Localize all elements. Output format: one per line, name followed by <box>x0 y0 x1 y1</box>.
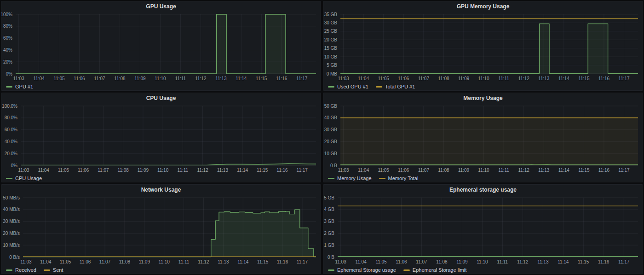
x-tick-label: 11:03 <box>338 168 349 173</box>
x-tick-label: 11:14 <box>237 168 248 173</box>
legend-item-ephemeral-storage-usage[interactable]: Ephemeral Storage usage <box>328 267 396 273</box>
x-tick-label: 11:16 <box>276 168 288 173</box>
panel-network-usage: Network Usage 0 B/s10 MB/s20 MB/s30 MB/s… <box>1 184 321 274</box>
x-tick-label: 11:07 <box>98 168 109 173</box>
legend-item-cpu-usage[interactable]: CPU Usage <box>6 176 42 181</box>
series-swatch-icon <box>6 86 12 88</box>
legend-label: Memory Total <box>388 176 419 181</box>
series-swatch-icon <box>328 269 334 271</box>
x-tick-label: 11:15 <box>578 76 590 81</box>
chart-memory-usage: 0 B10 GB20 GB30 GB40 GB50 GB11:0311:0411… <box>323 103 643 175</box>
legend-item-sent[interactable]: Sent <box>44 267 63 273</box>
x-tick-label: 11:07 <box>418 76 430 81</box>
legend-item-ephemeral-storage-limit[interactable]: Ephemeral Storage limit <box>403 267 466 273</box>
panel-title-memory-usage[interactable]: Memory Usage <box>323 93 643 103</box>
x-tick-label: 11:17 <box>618 168 630 173</box>
y-tick-label: 15 GB <box>324 46 338 51</box>
chart-svg-memory-usage[interactable]: 0 B10 GB20 GB30 GB40 GB50 GB11:0311:0411… <box>323 103 643 175</box>
x-tick-label: 11:05 <box>378 76 390 81</box>
y-tick-label: 40.0% <box>5 139 17 144</box>
x-tick-label: 11:16 <box>598 259 610 264</box>
y-tick-label: 3 GB <box>324 219 334 224</box>
y-tick-label: 30 GB <box>324 127 338 132</box>
series-swatch-icon <box>44 269 50 271</box>
legend-item-memory-usage[interactable]: Memory Usage <box>328 176 372 181</box>
x-tick-label: 11:17 <box>297 168 308 173</box>
legend-label: Ephemeral Storage limit <box>413 267 466 273</box>
x-tick-label: 11:12 <box>518 168 530 173</box>
x-tick-label: 11:03 <box>13 76 24 81</box>
y-tick-label: 10 GB <box>324 54 338 59</box>
x-tick-label: 11:10 <box>478 76 489 81</box>
y-tick-label: 5 GB <box>324 195 334 200</box>
x-tick-label: 11:09 <box>458 168 470 173</box>
panel-ephemeral-storage-usage: Ephemeral storage usage 0 B1 GB2 GB3 GB4… <box>323 184 643 274</box>
chart-svg-gpu-usage[interactable]: 0%20%40%60%80%100%11:0311:0411:0511:0611… <box>1 12 321 83</box>
x-tick-label: 11:06 <box>398 76 409 81</box>
x-tick-label: 11:16 <box>598 168 610 173</box>
y-tick-label: 60% <box>3 35 12 41</box>
x-tick-label: 11:16 <box>276 76 288 81</box>
y-tick-label: 40 GB <box>324 115 338 120</box>
x-tick-label: 11:06 <box>80 259 91 264</box>
panel-title-ephemeral-storage-usage[interactable]: Ephemeral storage usage <box>323 185 643 195</box>
x-tick-label: 11:08 <box>438 76 449 81</box>
x-tick-label: 11:16 <box>277 259 288 264</box>
series-swatch-icon <box>328 178 334 179</box>
x-tick-label: 11:15 <box>257 168 268 173</box>
x-tick-label: 11:06 <box>396 259 407 264</box>
y-tick-label: 35 GB <box>324 12 338 17</box>
x-tick-label: 11:09 <box>456 259 468 264</box>
x-tick-label: 11:08 <box>119 259 131 264</box>
panel-title-network-usage[interactable]: Network Usage <box>1 185 321 195</box>
x-tick-label: 11:04 <box>33 76 45 81</box>
legend-item-gpu-1[interactable]: GPU #1 <box>6 84 33 89</box>
legend-item-memory-total[interactable]: Memory Total <box>379 176 419 181</box>
legend-item-used-gpu-1[interactable]: Used GPU #1 <box>328 84 368 89</box>
chart-svg-gpu-memory-usage[interactable]: 0 MB5 GB10 GB15 GB20 GB25 GB30 GB35 GB11… <box>323 12 643 83</box>
panel-title-gpu-memory-usage[interactable]: GPU Memory Usage <box>323 1 643 12</box>
y-tick-label: 80% <box>3 23 12 29</box>
x-tick-label: 11:05 <box>58 168 69 173</box>
x-tick-label: 11:07 <box>99 259 111 264</box>
legend-label: Received <box>15 267 36 273</box>
x-tick-label: 11:13 <box>538 76 550 81</box>
x-tick-label: 11:16 <box>598 76 610 81</box>
x-tick-label: 11:08 <box>438 168 449 173</box>
y-tick-label: 0 MB <box>327 71 338 76</box>
x-tick-label: 11:10 <box>477 259 488 264</box>
x-tick-label: 11:04 <box>358 168 369 173</box>
x-tick-label: 11:03 <box>20 259 32 264</box>
panel-title-gpu-usage[interactable]: GPU Usage <box>1 1 321 12</box>
x-tick-label: 11:15 <box>578 259 589 264</box>
chart-svg-ephemeral-storage-usage[interactable]: 0 B1 GB2 GB3 GB4 GB5 GB11:0311:0411:0511… <box>323 195 643 266</box>
x-tick-label: 11:08 <box>114 76 126 81</box>
x-tick-label: 11:09 <box>458 76 470 81</box>
x-tick-label: 11:11 <box>498 168 509 173</box>
chart-cpu-usage: 0%20.0%40.0%60.0%80.0%100.0%11:0311:0411… <box>1 103 321 175</box>
y-tick-label: 30 GB <box>324 20 338 25</box>
x-tick-label: 11:03 <box>335 259 346 264</box>
x-tick-label: 11:13 <box>218 259 229 264</box>
x-tick-label: 11:09 <box>139 259 150 264</box>
x-tick-label: 11:10 <box>478 168 489 173</box>
x-tick-label: 11:08 <box>436 259 448 264</box>
y-tick-label: 100.0% <box>2 104 17 109</box>
legend-item-received[interactable]: Received <box>6 267 36 273</box>
series-swatch-icon <box>6 178 12 179</box>
legend-network-usage: Received Sent <box>1 266 321 274</box>
legend-item-total-gpu-1[interactable]: Total GPU #1 <box>376 84 415 89</box>
x-tick-label: 11:11 <box>178 168 189 173</box>
x-tick-label: 11:17 <box>297 259 308 264</box>
x-tick-label: 11:06 <box>78 168 89 173</box>
x-tick-label: 11:08 <box>117 168 129 173</box>
chart-svg-cpu-usage[interactable]: 0%20.0%40.0%60.0%80.0%100.0%11:0311:0411… <box>1 103 321 175</box>
y-tick-label: 1 GB <box>324 243 334 248</box>
panel-gpu-usage: GPU Usage 0%20%40%60%80%100%11:0311:0411… <box>1 1 321 91</box>
y-tick-label: 20 GB <box>324 139 338 144</box>
panel-title-cpu-usage[interactable]: CPU Usage <box>1 93 321 103</box>
x-tick-label: 11:04 <box>355 259 367 264</box>
x-tick-label: 11:12 <box>517 259 529 264</box>
x-tick-label: 11:15 <box>256 76 267 81</box>
chart-svg-network-usage[interactable]: 0 B/s10 MB/s20 MB/s30 MB/s40 MB/s50 MB/s… <box>1 195 321 266</box>
